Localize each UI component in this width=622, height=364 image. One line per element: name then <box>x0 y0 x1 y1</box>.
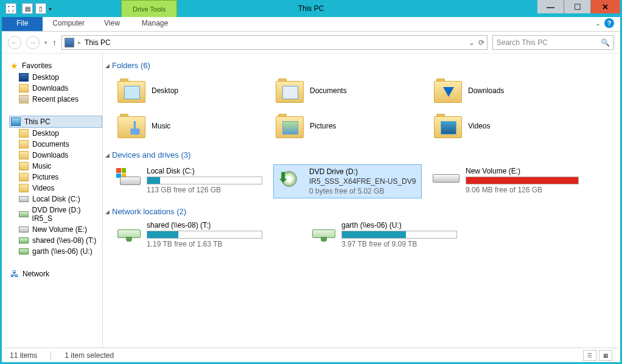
sidebar-item-garth-u[interactable]: garth (\\es-06) (U:) <box>9 246 102 257</box>
sidebar-item-desktop[interactable]: Desktop <box>9 72 102 83</box>
sidebar-item-newvolume-e[interactable]: New Volume (E:) <box>9 224 102 235</box>
folder-documents[interactable]: Documents <box>276 75 434 107</box>
location-icon <box>65 38 74 47</box>
maximize-button[interactable]: ☐ <box>564 0 591 13</box>
ribbon-tabs: File Computer View Manage ⌄ ? <box>2 17 620 32</box>
back-button[interactable]: ← <box>8 36 21 49</box>
search-input[interactable]: Search This PC 🔍 <box>492 35 614 50</box>
navigation-bar: ← → ▾ ↑ ▸ This PC ⌄ ⟳ Search This PC 🔍 <box>2 32 620 54</box>
titlebar: ⛶ ▤ ▯ ▾ Drive Tools This PC — ☐ ✕ <box>2 0 620 17</box>
folder-desktop[interactable]: Desktop <box>117 75 276 107</box>
address-bar[interactable]: ▸ This PC ⌄ ⟳ <box>61 35 487 50</box>
sidebar-item-thispc[interactable]: This PC <box>9 116 102 128</box>
sidebar-item-localdisk-c[interactable]: Local Disk (C:) <box>9 194 102 205</box>
section-header-drives[interactable]: ◢Devices and drives (3) <box>105 150 620 159</box>
app-icon[interactable]: ⛶ <box>5 3 16 14</box>
drive-local-c[interactable]: Local Disk (C:) 113 GB free of 126 GB <box>114 164 265 198</box>
collapse-icon[interactable]: ◢ <box>105 63 110 69</box>
section-header-folders[interactable]: ◢Folders (6) <box>105 61 620 70</box>
up-button[interactable]: ↑ <box>52 38 57 47</box>
folder-videos[interactable]: Videos <box>434 110 592 142</box>
forward-button[interactable]: → <box>26 36 40 49</box>
sidebar-item-recent-places[interactable]: Recent places <box>9 94 102 105</box>
local-disk-icon <box>116 168 141 186</box>
minimize-button[interactable]: — <box>537 0 564 13</box>
sidebar-item-downloads-2[interactable]: Downloads <box>9 150 102 161</box>
sidebar-item-shared-t[interactable]: shared (\\es-08) (T:) <box>9 235 102 246</box>
hard-disk-icon <box>433 168 460 186</box>
recent-dropdown-icon[interactable]: ▾ <box>44 40 47 46</box>
tab-manage[interactable]: Manage <box>132 17 178 31</box>
folder-pictures[interactable]: Pictures <box>276 110 434 142</box>
drive-dvd-d[interactable]: ⬇ DVD Drive (D:) IR5_SSS_X64FRE_EN-US_DV… <box>273 164 422 198</box>
quickaccess-dropdown-icon[interactable]: ▾ <box>49 5 52 12</box>
drive-newvolume-e[interactable]: New Volume (E:) 9.06 MB free of 126 GB <box>430 164 581 198</box>
contextual-tab-drive-tools[interactable]: Drive Tools <box>121 0 177 17</box>
sidebar-item-videos[interactable]: Videos <box>9 183 102 194</box>
refresh-icon[interactable]: ⟳ <box>478 38 484 47</box>
window-title: This PC <box>298 4 324 13</box>
view-icons-button[interactable]: ▦ <box>599 350 612 361</box>
folder-music[interactable]: Music <box>117 110 276 142</box>
sidebar-item-network[interactable]: 🖧Network <box>9 268 102 280</box>
status-item-count: 11 items <box>10 351 37 360</box>
sidebar-item-downloads[interactable]: Downloads <box>9 83 102 94</box>
dvd-drive-icon: ⬇ <box>276 169 303 187</box>
collapse-icon[interactable]: ◢ <box>105 152 110 158</box>
search-icon: 🔍 <box>601 38 610 47</box>
status-selected-count: 1 item selected <box>65 351 114 360</box>
sidebar-item-documents[interactable]: Documents <box>9 139 102 150</box>
address-location[interactable]: This PC <box>85 38 111 47</box>
tab-file[interactable]: File <box>2 17 43 31</box>
help-icon[interactable]: ? <box>604 18 614 28</box>
sidebar-item-desktop-2[interactable]: Desktop <box>9 128 102 139</box>
collapse-icon[interactable]: ◢ <box>105 209 110 215</box>
status-bar: 11 items 1 item selected ☰ ▦ <box>4 348 618 362</box>
tab-view[interactable]: View <box>94 17 130 31</box>
section-header-netloc[interactable]: ◢Network locations (2) <box>105 207 620 216</box>
view-details-button[interactable]: ☰ <box>583 350 596 361</box>
netloc-garth-u[interactable]: garth (\\es-06) (U:) 3.97 TB free of 9.0… <box>312 221 470 248</box>
folder-downloads[interactable]: Downloads <box>434 75 592 107</box>
sidebar-item-pictures[interactable]: Pictures <box>9 172 102 183</box>
tab-computer[interactable]: Computer <box>43 17 94 31</box>
close-button[interactable]: ✕ <box>591 0 620 13</box>
address-dropdown-icon[interactable]: ⌄ <box>469 38 475 47</box>
quickaccess-props-icon[interactable]: ▤ <box>22 3 33 14</box>
sidebar-item-music[interactable]: Music <box>9 161 102 172</box>
chevron-right-icon[interactable]: ▸ <box>78 39 81 46</box>
netloc-shared-t[interactable]: shared (\\es-08) (T:) 1.19 TB free of 1.… <box>117 221 276 248</box>
network-drive-icon <box>312 223 335 242</box>
quickaccess-newfolder-icon[interactable]: ▯ <box>35 3 46 14</box>
sidebar-item-favorites[interactable]: ★Favorites <box>9 60 102 72</box>
sidebar-item-dvd-d[interactable]: DVD Drive (D:) IR5_S <box>9 205 102 224</box>
content-pane: ◢Folders (6) Desktop Music Documents Pic… <box>103 54 620 351</box>
network-drive-icon <box>117 223 141 242</box>
navigation-pane: ★Favorites Desktop Downloads Recent plac… <box>2 54 103 351</box>
ribbon-expand-icon[interactable]: ⌄ <box>595 19 601 27</box>
